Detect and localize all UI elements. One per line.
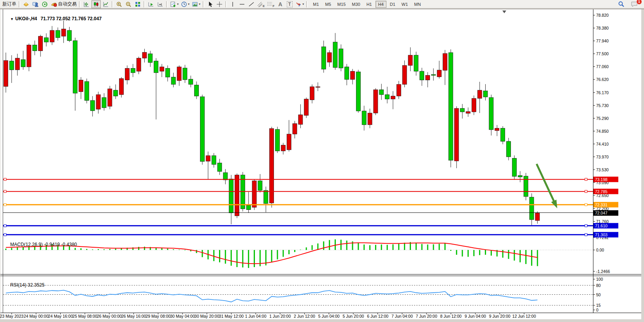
timeframe-button-w1[interactable]: W1 — [399, 1, 411, 8]
periods-button[interactable] — [180, 1, 190, 8]
chart-canvas[interactable]: 78.82078.38077.94077.50077.06076.62076.1… — [0, 9, 644, 322]
line-handle[interactable] — [4, 178, 6, 181]
chart-shift-button[interactable] — [156, 1, 165, 8]
auto-scroll-button[interactable] — [147, 1, 155, 8]
gold-button[interactable] — [22, 1, 30, 8]
candle — [258, 181, 262, 190]
rsi-scale-label: 80 — [596, 283, 601, 288]
line-handle[interactable] — [585, 204, 587, 206]
arrows-button[interactable] — [295, 1, 305, 8]
time-label: 9 Jun 04:00 — [465, 314, 486, 318]
timeframe-button-mn[interactable]: MN — [411, 1, 423, 8]
timeframe-button-m15[interactable]: M15 — [335, 1, 348, 8]
line-handle[interactable] — [4, 225, 6, 227]
signals-button[interactable] — [40, 1, 49, 8]
candle — [50, 30, 54, 42]
timeframe-button-m30[interactable]: M30 — [349, 1, 363, 8]
candle — [472, 99, 476, 112]
fibonacci-button[interactable]: F — [266, 1, 275, 8]
candle — [33, 45, 37, 51]
timeframe-button-h4[interactable]: H4 — [376, 1, 386, 8]
price-tick-label: 78.380 — [596, 26, 609, 30]
time-label: 12 Jun 12:00 — [512, 314, 536, 318]
time-label: 5 Jun 04:00 — [318, 314, 340, 318]
cursor-button[interactable] — [206, 1, 214, 8]
price-tick-label: 76.170 — [596, 90, 609, 95]
candle — [131, 69, 135, 73]
tile-windows-icon — [135, 1, 141, 7]
horizontal-line-button[interactable] — [238, 1, 246, 8]
text-button[interactable]: A — [276, 1, 284, 8]
search-button[interactable] — [617, 1, 625, 8]
new-order-button[interactable]: 新订单 — [2, 1, 17, 8]
timeframe-button-m5[interactable]: M5 — [323, 1, 334, 8]
price-tick-label: 74.410 — [596, 142, 609, 146]
tile-windows-button[interactable] — [133, 1, 142, 8]
candle — [408, 55, 412, 65]
line-handle[interactable] — [4, 190, 6, 193]
candle — [281, 145, 285, 151]
line-chart-button[interactable] — [102, 1, 110, 8]
accounts-button[interactable] — [31, 1, 40, 8]
ohlc-readout: 71.773 72.052 71.765 72.047 — [40, 16, 102, 21]
templates-button[interactable] — [191, 1, 201, 8]
candle — [96, 95, 100, 109]
candle — [466, 112, 470, 114]
candle — [321, 47, 326, 69]
line-handle[interactable] — [4, 234, 6, 236]
candle — [304, 99, 309, 115]
new-chart-button[interactable] — [169, 1, 179, 8]
crosshair-button[interactable] — [215, 1, 224, 8]
price-tick-label: 75.290 — [596, 116, 609, 121]
toolbar-separator — [19, 1, 20, 7]
auto-trading-button[interactable]: 自动交易 — [50, 1, 77, 8]
line-handle[interactable] — [585, 234, 587, 236]
candle — [119, 79, 124, 95]
price-tag-label: 72.331 — [595, 202, 607, 207]
candle — [56, 30, 60, 38]
time-label: 29 May 08:00 — [146, 314, 170, 318]
symbol-name: UKOil-,H4 — [15, 16, 37, 21]
line-handle[interactable] — [585, 225, 587, 227]
candle — [426, 76, 430, 80]
zoom-out-icon — [125, 1, 132, 7]
line-handle[interactable] — [4, 204, 6, 206]
candle — [9, 61, 14, 70]
line-handle[interactable] — [585, 190, 587, 193]
chat-button[interactable]: 1 — [630, 1, 639, 8]
candle — [437, 70, 441, 77]
candle — [218, 163, 222, 172]
toolbar-separator — [166, 1, 168, 7]
zoom-out-button[interactable] — [124, 1, 133, 8]
new-chart-icon — [170, 1, 176, 7]
candle — [379, 90, 384, 95]
arrows-icon — [295, 1, 302, 7]
zoom-in-button[interactable] — [115, 1, 123, 8]
user-computer-icon — [32, 1, 39, 7]
candle — [460, 108, 465, 112]
trendline-icon — [248, 1, 254, 7]
chart-window[interactable]: 78.82078.38077.94077.50077.06076.62076.1… — [0, 9, 644, 322]
symbol-collapse-icon[interactable]: ▼ — [10, 17, 14, 21]
candle — [293, 123, 297, 134]
candle — [414, 55, 418, 71]
candle — [506, 141, 511, 157]
price-tick-label: 73.970 — [596, 155, 609, 159]
time-label: 30 May 04:00 — [170, 314, 195, 318]
timeframe-button-d1[interactable]: D1 — [387, 1, 398, 8]
candle — [345, 67, 349, 79]
timeframe-button-m1[interactable]: M1 — [310, 1, 321, 8]
bar-chart-button[interactable] — [82, 1, 91, 8]
candle — [27, 45, 31, 67]
line-handle[interactable] — [585, 178, 587, 181]
channel-button[interactable]: E — [256, 1, 265, 8]
fibonacci-letter: F — [272, 4, 274, 8]
rsi-scale-label: 100 — [596, 277, 603, 282]
vertical-line-button[interactable] — [228, 1, 237, 8]
timeframe-button-h1[interactable]: H1 — [364, 1, 375, 8]
text-label-button[interactable]: T — [285, 1, 294, 8]
candlestick-chart-button[interactable] — [91, 0, 101, 8]
candle — [189, 79, 193, 84]
time-label: 8 Jun 12:00 — [440, 314, 462, 318]
trendline-button[interactable] — [247, 1, 256, 8]
